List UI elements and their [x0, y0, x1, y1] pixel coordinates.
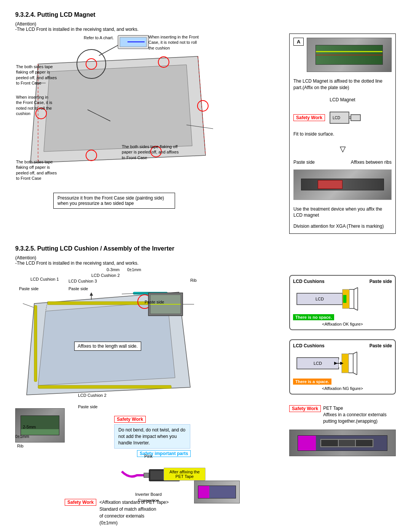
lcd-magnet-label: LCD Magnet [293, 97, 392, 102]
pressure-note-box: Pressurize it from the Front Case side (… [53, 193, 175, 209]
safety-lcd-row: Safety Work LCD [293, 110, 392, 125]
no-space-badge: There is no space. [293, 314, 334, 320]
paste-side-label4: Paste side [78, 404, 97, 409]
attention-9324: (Attention) -The LCD Front is installed … [15, 21, 396, 32]
affixation-ok-label: <Affixation OK figure> [293, 322, 392, 326]
svg-rect-39 [144, 473, 149, 478]
cushion2-label: LCD Cushion 2 [91, 273, 120, 278]
rib-photo [293, 169, 392, 200]
safety-pet-area: Safety Work <Affixation standard of PET … [65, 499, 169, 526]
section-9325: 9.3.2.5. Putting LCD Cushion / Assembly … [15, 245, 396, 526]
down-arrow: ▽ [293, 144, 392, 153]
pressure-note-text: Pressurize it from the Front Case side (… [53, 193, 175, 209]
paste-side-label: Paste side [293, 160, 315, 165]
insert-note2-label: When inserting in the Front Case, it is … [16, 94, 54, 116]
ok-schematic-svg: LCD [293, 286, 384, 312]
dim3mm-label: 0-3mm [107, 267, 119, 272]
lcd-symbol-svg: LCD [328, 110, 362, 125]
paste-side-r1: Paste side [370, 279, 392, 284]
tape-note2-label: The both sides tape flaking off paper is… [122, 144, 179, 160]
right-panel-content: A The LCD Magnet is affixed to the dotte… [293, 38, 392, 230]
ng-schematic-svg: LCD [293, 350, 384, 377]
rib-label2: Rib [17, 444, 24, 448]
connector-note-text: Affixes in a connector externals putting… [323, 412, 387, 424]
s4-layout: Refer to A chart. When inserting in the … [15, 34, 396, 234]
pink-label: Pink [144, 454, 152, 459]
cushion1-label: LCD Cushion 1 [30, 277, 59, 281]
svg-marker-1 [44, 65, 192, 152]
cushion3-label: LCD Cushion 3 [68, 279, 97, 283]
svg-rect-30 [34, 305, 37, 382]
tape-note3-label: The both sides tape flaking off paper is… [16, 159, 58, 181]
tape-note1-label: The both sides tape flaking off paper is… [16, 64, 58, 86]
svg-line-60 [353, 373, 357, 375]
dim1mm-label: 0±1mm [127, 267, 141, 272]
safety-work-badge-1: Safety Work [293, 114, 325, 121]
space-badge: There is a space. [293, 379, 331, 385]
s5-layout: 0-3mm 0±1mm [15, 267, 396, 526]
paste-side-label2: Paste side [19, 286, 38, 291]
svg-text:LCD: LCD [314, 361, 322, 366]
safety-work-badge-3: Safety Work [65, 499, 96, 506]
svg-line-59 [353, 352, 357, 354]
affixation-ng-label: <Affixation NG figure> [293, 386, 392, 391]
section-title-9325: 9.3.2.5. Putting LCD Cushion / Assembly … [15, 245, 396, 252]
paste-side-label1: Paste side [68, 286, 88, 291]
svg-rect-35 [38, 385, 171, 388]
section-title-9324: 9.3.2.4. Putting LCD Magnet [15, 11, 396, 18]
lcd-photo-top [307, 38, 392, 72]
s4-right-panel: A The LCD Magnet is affixed to the dotte… [289, 34, 396, 234]
svg-text:LCD: LCD [315, 297, 324, 301]
fit-note: Fit to inside surface. [293, 131, 392, 137]
svg-line-49 [354, 308, 358, 310]
pet-tape-right-photo [289, 430, 396, 456]
division-note: Division attention for XGA (There is mar… [293, 223, 392, 230]
dim-labels-top: 0-3mm 0±1mm [107, 267, 141, 272]
affixation-ng-diagram: LCD Cushions Paste side LCD [289, 339, 396, 395]
safety-work-badge-4: Safety Work [289, 405, 321, 412]
lcd-magnet-diagram: Refer to A chart. When inserting in the … [15, 34, 282, 209]
pet-tape-label: PET Tape [323, 406, 343, 411]
safety-pet-right: Safety Work PET Tape Affixes in a connec… [289, 405, 396, 424]
pet-tape-photo [194, 481, 240, 503]
cushion-diagram-wrapper: 0-3mm 0±1mm [15, 267, 282, 526]
svg-text:LCD: LCD [333, 116, 340, 120]
refer-a-label: Refer to A chart. [84, 35, 114, 40]
after-affixing-label: After affixing the PET Tape [164, 468, 206, 481]
section-9324: 9.3.2.4. Putting LCD Magnet (Attention) … [15, 11, 396, 234]
connector-note: PET Tape Affixes in a connector external… [323, 405, 396, 424]
magnet-note: The LCD Magnet is affixed to the dotted … [293, 78, 392, 91]
affixation-ok-diagram: LCD Cushions Paste side LCD [289, 275, 396, 330]
safety-inverter-area: Safety Work Do not bend, do not twist, a… [114, 416, 190, 449]
affixes-ribs-label: Affixes between ribs [351, 160, 392, 165]
svg-rect-19 [351, 115, 360, 121]
s5-diagram-area: 0-3mm 0±1mm [15, 267, 282, 526]
paste-side-label3: Paste side [145, 300, 164, 304]
rib-label: Rib [190, 278, 197, 283]
inverter-board-label: Inverter Board [135, 492, 162, 497]
svg-rect-55 [342, 354, 349, 373]
lcd-cushions-label1: LCD Cushions [293, 279, 325, 284]
pet-tape-note: <Affixation standard of PET Tape> Standa… [99, 499, 169, 526]
paste-affixes-row: Paste side Affixes between ribs [293, 160, 392, 165]
paste-side-r2: Paste side [370, 343, 392, 348]
safety-work-badge-2: Safety Work [114, 416, 146, 423]
inverter-note-box: Do not bend, do not twist, and do not ad… [114, 424, 190, 449]
svg-rect-51 [343, 295, 346, 303]
svg-line-48 [354, 288, 358, 289]
chart-a-label: A [293, 38, 304, 46]
lcd-cushions-label2: LCD Cushions [293, 343, 325, 348]
affixes-length-box: Affixes to the length wall side. [74, 342, 141, 351]
attention-9325: (Attention) -The LCD Front is installed … [15, 255, 396, 266]
dim-0-1mm: 0±1mm [15, 434, 29, 439]
treatment-note: Use the treatment device when you affix … [293, 206, 392, 219]
cushion2b-label: LCD Cushion 2 [78, 393, 107, 398]
insert-note-label: When inserting in the Front Case, it is … [148, 34, 202, 51]
s4-diagram-area: Refer to A chart. When inserting in the … [15, 34, 282, 234]
svg-line-34 [23, 304, 33, 307]
s5-right-panel: LCD Cushions Paste side LCD [289, 267, 396, 526]
dim-2-5mm: 2-5mm [23, 425, 36, 429]
